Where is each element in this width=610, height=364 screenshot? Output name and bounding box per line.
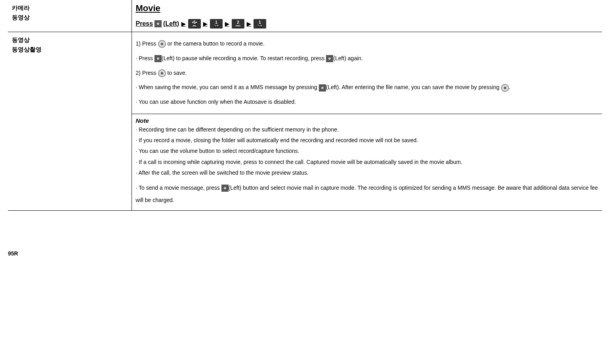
sidebar-camera-label: 카메라 — [12, 3, 128, 13]
press-label: Press — [136, 20, 153, 27]
ok-button-icon — [501, 84, 509, 92]
left-label: (Left) — [163, 20, 179, 27]
record-button-icon — [154, 55, 162, 62]
key-1-icon: 1ㄱㅋ — [210, 19, 223, 29]
mms-instruction: · When saving the movie, you can send it… — [136, 81, 599, 93]
sidebar-cell-2: 동영상 동영상촬영 — [8, 32, 132, 211]
record-button-icon — [326, 55, 333, 62]
sidebar-recording-label: 동영상촬영 — [12, 45, 128, 54]
manual-table: 카메라 동영상 Movie Press (Left) ▶ •5•JKL ▶ 1ㄱ… — [8, 0, 602, 211]
sidebar-cell-1: 카메라 동영상 — [8, 0, 132, 32]
key-1b-icon: 1ㄱㅋ — [254, 19, 266, 29]
pause-instruction: · Press (Left) to pause while recording … — [136, 52, 599, 65]
page-number: 95R — [8, 250, 602, 257]
ok-button-icon — [158, 69, 166, 77]
press-sequence: Press (Left) ▶ •5•JKL ▶ 1ㄱㅋ ▶ 2ABC ▶ 1ㄱㅋ — [136, 19, 599, 29]
arrow-icon: ▶ — [247, 21, 251, 27]
note-6: · To send a movie message, press (Left) … — [136, 182, 599, 206]
note-4: · If a call is incoming while capturing … — [136, 157, 599, 167]
instructions-cell: 1) Press or the camera button to record … — [132, 32, 602, 114]
sidebar-movie-label: 동영상 — [12, 13, 128, 22]
arrow-icon: ▶ — [225, 21, 229, 27]
page-title: Movie — [136, 3, 599, 13]
note-3: · You can use the volume button to selec… — [136, 146, 599, 156]
autosave-note: · You can use above function only when t… — [136, 96, 599, 108]
note-title: Note — [136, 117, 599, 124]
note-5: · After the call, the screen will be swi… — [136, 168, 599, 178]
key-2-icon: 2ABC — [232, 19, 244, 29]
note-cell: Note · Recording time can be different d… — [132, 114, 602, 210]
record-button-icon — [319, 84, 326, 91]
header-cell: Movie Press (Left) ▶ •5•JKL ▶ 1ㄱㅋ ▶ 2ABC… — [132, 0, 602, 32]
note-2: · If you record a movie, closing the fol… — [136, 135, 599, 145]
arrow-icon: ▶ — [181, 21, 186, 27]
note-1: · Recording time can be different depend… — [136, 125, 599, 135]
ok-button-icon — [158, 40, 166, 48]
sidebar-movie2-label: 동영상 — [12, 35, 128, 45]
record-button-icon — [221, 185, 229, 192]
step-1: 1) Press or the camera button to record … — [136, 38, 599, 50]
key-5-icon: •5•JKL — [188, 19, 201, 29]
step-2: 2) Press to save. — [136, 67, 599, 79]
record-button-icon — [154, 20, 162, 27]
arrow-icon: ▶ — [203, 21, 208, 27]
